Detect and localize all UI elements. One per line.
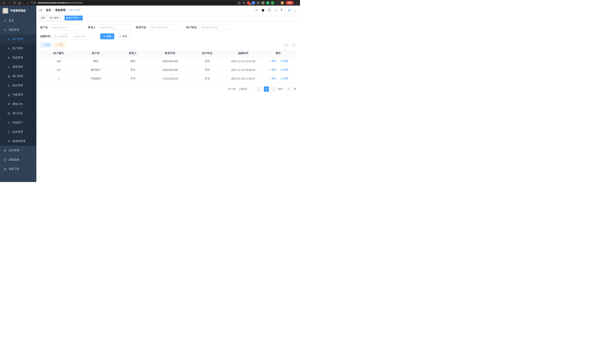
browser-back-button[interactable] [2, 1, 6, 5]
delete-link[interactable]: 删除 [280, 59, 288, 63]
sidebar-item-online-users[interactable]: 在线用户 [0, 118, 36, 127]
edit-link[interactable]: 修改 [268, 77, 276, 80]
col-contact: 联系人 [114, 50, 151, 57]
sidebar-item-menus[interactable]: 菜单管理 [0, 62, 36, 72]
github-icon[interactable] [262, 9, 264, 12]
sidebar-item-tenant[interactable]: 租户管理 [0, 35, 36, 44]
search-button[interactable]: 搜索 [100, 33, 114, 39]
briefcase-icon [4, 168, 7, 170]
sidebar-item-departments[interactable]: 部门管理 [0, 72, 36, 81]
monitor-icon [4, 159, 7, 161]
bookmark-star-icon[interactable] [243, 1, 245, 4]
profile-avatar[interactable] [281, 1, 284, 4]
extension-icon-7[interactable] [276, 1, 279, 4]
page-size-value: 10条/页 [239, 87, 247, 91]
sidebar-item-label: 角色管理 [12, 56, 23, 59]
tab-tenant[interactable]: 租户管理 × [65, 16, 83, 20]
sidebar-item-notice[interactable]: 通知公告 [0, 99, 36, 109]
sidebar-item-label: 部门管理 [12, 75, 23, 78]
broadcast-icon [7, 121, 10, 124]
tenant-name-input[interactable] [50, 25, 83, 30]
browser-home-button[interactable] [18, 1, 21, 5]
sidebar-item-users[interactable]: 用户管理 [0, 44, 36, 53]
browser-menu-icon[interactable] [295, 1, 298, 4]
goto-page-input[interactable] [285, 86, 292, 92]
sidebar-item-system[interactable]: 系统管理 [0, 25, 36, 35]
sidebar-item-label: 研发工具 [9, 167, 19, 171]
table-toolbar: 新增 导出 [40, 42, 296, 47]
org-tree-icon [7, 75, 10, 78]
sidebar-item-label: 基础设施 [9, 158, 19, 161]
sidebar-item-infrastructure[interactable]: 基础设施 [0, 155, 36, 164]
add-button[interactable]: 新增 [40, 42, 52, 47]
date-range-picker[interactable]: - [53, 33, 96, 39]
page-size-select[interactable]: 10条/页 [237, 86, 255, 92]
contact-input[interactable] [98, 25, 131, 30]
font-size-icon[interactable]: T [281, 9, 282, 12]
export-button[interactable]: 导出 [54, 42, 66, 47]
chevron-right-icon [272, 88, 275, 90]
close-icon[interactable]: × [59, 17, 62, 19]
help-icon[interactable]: ? [268, 9, 271, 12]
breadcrumb-separator: / [53, 9, 53, 12]
extension-icon-1[interactable] [247, 1, 250, 4]
browser-forward-button[interactable] [7, 1, 11, 5]
status-select[interactable] [199, 25, 232, 30]
hamburger-icon[interactable] [39, 8, 43, 12]
extension-icon-5[interactable] [266, 1, 269, 4]
edit-link[interactable]: 修改 [268, 59, 276, 63]
sidebar-item-label: 在线用户 [12, 121, 23, 124]
close-icon[interactable]: × [78, 17, 81, 19]
breadcrumb-system[interactable]: 系统管理 [55, 9, 66, 12]
end-date-input[interactable] [75, 35, 89, 38]
cell-created: 2021-12-14 21:02:09 [226, 57, 260, 65]
breadcrumb-home[interactable]: 首页 [46, 9, 51, 12]
delete-link[interactable]: 删除 [280, 68, 288, 71]
share-icon[interactable] [238, 1, 241, 4]
sidebar-item-label: 岗位管理 [12, 84, 23, 87]
table-row: 107 测试租户 秃头 15601691300 关闭 2021-12-14 20… [40, 65, 296, 74]
cell-contact: 秃头 [114, 65, 151, 74]
tab-departments[interactable]: 部门管理 × [48, 16, 64, 20]
page-number-button[interactable]: 1 [264, 86, 269, 92]
chrome-update-button[interactable]: 更新 [286, 1, 294, 5]
security-label[interactable]: 不安全 [30, 1, 37, 4]
chevron-down-icon [32, 131, 34, 133]
next-page-button[interactable] [271, 86, 276, 92]
user-avatar-dropdown[interactable] [286, 7, 297, 13]
cell-tenant-name: 测试 [77, 57, 114, 65]
extension-icon-3[interactable] [257, 1, 260, 4]
refresh-table-button[interactable] [291, 42, 296, 47]
sidebar-item-home[interactable]: 首页 [0, 16, 36, 25]
sidebar-item-dev-tools[interactable]: 研发工具 [0, 164, 36, 174]
phone-input[interactable] [149, 25, 181, 30]
delete-link[interactable]: 删除 [280, 77, 288, 80]
start-date-input[interactable] [58, 35, 72, 38]
fullscreen-icon[interactable] [274, 9, 277, 12]
browser-reload-button[interactable] [12, 1, 16, 5]
sidebar-item-audit-log[interactable]: 审计日志 [0, 109, 36, 118]
extension-icon-2[interactable] [252, 1, 255, 4]
extension-icon-6[interactable] [271, 1, 274, 4]
tab-home[interactable]: 首页 [39, 16, 47, 20]
reset-button[interactable]: 重置 [116, 33, 130, 39]
sidebar-item-posts[interactable]: 岗位管理 [0, 81, 36, 90]
edit-link[interactable]: 修改 [268, 68, 276, 71]
sidebar-item-payment[interactable]: ¥ 支付管理 [0, 146, 36, 155]
sidebar-item-roles[interactable]: 角色管理 [0, 53, 36, 62]
sidebar-item-dictionary[interactable]: 字典管理 [0, 90, 36, 99]
sidebar-item-sms[interactable]: 短信管理 [0, 127, 36, 137]
extension-icon-4[interactable] [262, 1, 264, 4]
toggle-search-button[interactable] [284, 42, 289, 47]
url-bar[interactable]: 不安全 dashboard.yudao.iocoder.cn/system/te… [24, 1, 235, 5]
reset-button-label: 重置 [122, 35, 127, 38]
back-icon [3, 1, 5, 4]
export-button-label: 导出 [59, 43, 64, 47]
sidebar-item-label: 用户管理 [12, 47, 23, 50]
log-icon [7, 112, 10, 115]
prev-page-button[interactable] [257, 86, 262, 92]
sidebar-submenu-system: 租户管理 用户管理 角色管理 菜单管理 部门管理 [0, 35, 36, 146]
col-created: 创建时间 [226, 50, 260, 57]
header-search-icon[interactable] [255, 9, 258, 12]
sidebar-item-error-codes[interactable]: </> 错误码管理 [0, 137, 36, 146]
